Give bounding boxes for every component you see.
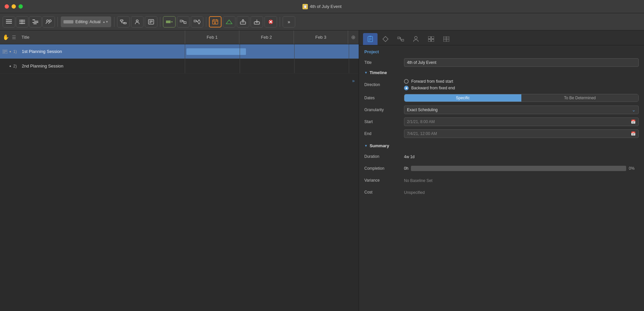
inspector-pane: Project Title ▼ Timeline Direction (359, 30, 644, 311)
title-bar: 📋 4th of July Event (0, 0, 644, 13)
hand-tool-icon[interactable]: ✋ (3, 34, 9, 40)
granularity-field-row: Granularity Exact Scheduling ⌄ (364, 106, 639, 114)
title-field-label: Title (364, 60, 404, 65)
svg-rect-49 (368, 36, 373, 42)
completion-bar (411, 166, 626, 171)
task-add-button[interactable] (163, 16, 176, 27)
svg-rect-8 (34, 21, 38, 22)
window-title-icon: 📋 (302, 4, 308, 9)
date-col-feb3: Feb 3 (294, 30, 348, 44)
completion-field-row: Completion 0h 0% (364, 164, 639, 173)
task-icon-1 (3, 49, 7, 54)
svg-rect-13 (120, 20, 123, 21)
tab-person[interactable] (409, 33, 423, 45)
summary-collapse-arrow[interactable]: ▼ (364, 144, 368, 148)
row-task-title-1: 1st Planning Session (22, 49, 62, 54)
dates-tbd-button[interactable]: To Be Determined (521, 94, 638, 102)
svg-rect-25 (180, 20, 182, 22)
tab-project[interactable] (363, 33, 378, 45)
svg-rect-55 (397, 37, 400, 39)
svg-point-60 (415, 36, 417, 39)
table-row[interactable]: ● 2) 2nd Planning Session (0, 59, 359, 73)
dates-segmented-control: Specific To Be Determined (404, 94, 639, 102)
title-input[interactable] (404, 58, 639, 67)
maximize-button[interactable] (19, 4, 23, 9)
direction-forward[interactable]: Forward from fixed start (404, 79, 639, 84)
expand-chevron-icon[interactable]: » (352, 78, 355, 83)
granularity-dropdown[interactable]: Exact Scheduling ⌄ (404, 106, 639, 114)
title-column-label: Title (21, 35, 29, 40)
window-title: 4th of July Event (310, 4, 342, 9)
separator-1 (58, 17, 58, 27)
svg-rect-22 (166, 21, 171, 23)
gantt-view-button[interactable] (29, 16, 42, 27)
add-column-button[interactable]: ⊕ (348, 30, 359, 44)
svg-rect-6 (22, 20, 22, 24)
granularity-label: Granularity (364, 108, 404, 112)
gantt-expand-button[interactable]: » (348, 73, 359, 88)
completion-label: Completion (364, 166, 404, 171)
connect-button[interactable] (117, 16, 130, 27)
direction-backward[interactable]: Backward from fixed end (404, 86, 639, 90)
start-label: Start (364, 119, 404, 124)
inspector-tabs (359, 30, 644, 45)
duration-field-row: Duration 4w 1d (364, 152, 639, 161)
direction-options: Forward from fixed start Backward from f… (404, 79, 639, 90)
resource-view-button[interactable] (42, 16, 55, 27)
dates-specific-button[interactable]: Specific (404, 94, 521, 102)
publish-button[interactable] (237, 16, 249, 27)
start-date-field[interactable]: 2/1/21, 8:00 AM 📅 (404, 117, 639, 126)
tab-custom-columns[interactable] (424, 33, 438, 45)
outline-view-button[interactable] (16, 16, 28, 27)
svg-rect-56 (401, 39, 404, 41)
svg-rect-2 (6, 23, 12, 23)
timeline-collapse-arrow[interactable]: ▼ (364, 71, 368, 74)
attach-button[interactable] (145, 16, 157, 27)
end-date-field[interactable]: 7/4/21, 12:00 AM 📅 (404, 129, 639, 138)
row-number-1: 1) (13, 49, 20, 54)
direction-radio-group: Forward from fixed start Backward from f… (404, 79, 639, 90)
tab-diamond[interactable] (378, 33, 393, 45)
svg-rect-29 (194, 20, 196, 22)
completion-value-wrapper: 0h 0% (404, 166, 639, 171)
tab-dependencies[interactable] (393, 33, 408, 45)
cost-value: Unspecified (404, 190, 425, 195)
tab-table[interactable] (439, 33, 454, 45)
row-task-title-2: 2nd Planning Session (22, 64, 63, 68)
person-button[interactable] (131, 16, 143, 27)
dependency-button[interactable] (177, 16, 189, 27)
svg-rect-26 (184, 22, 186, 23)
title-field-value-wrapper (404, 58, 639, 67)
svg-point-11 (47, 20, 49, 22)
granularity-dropdown-arrow: ⌄ (632, 107, 636, 112)
direction-backward-label: Backward from fixed end (411, 86, 455, 90)
network-button[interactable] (223, 16, 235, 27)
gantt-title-column-header: ✋ ☰ Title (0, 30, 185, 44)
summary-section-title: Summary (370, 143, 389, 148)
more-button[interactable]: » (283, 16, 295, 27)
svg-rect-63 (428, 39, 431, 42)
completion-percent: 0% (629, 166, 639, 171)
main-layout: ✋ ☰ Title Feb 1 Feb 2 Feb 3 ⊕ (0, 30, 644, 311)
end-date-wrapper: 7/4/21, 12:00 AM 📅 (404, 129, 639, 138)
list-view-button[interactable] (3, 16, 15, 27)
milestone-button[interactable] (191, 16, 203, 27)
row-chart-1 (185, 44, 359, 59)
row-title-1: ● 1) 1st Planning Session (0, 44, 185, 59)
table-row[interactable]: ● 1) 1st Planning Session (0, 44, 359, 59)
svg-rect-0 (6, 20, 12, 20)
calendar-view-button[interactable]: ▦ (209, 16, 221, 27)
chart-divider-5 (294, 59, 295, 73)
close-button[interactable] (5, 4, 9, 9)
variance-value-wrapper: No Baseline Set (404, 178, 639, 183)
variance-value: No Baseline Set (404, 178, 432, 183)
editing-mode-select[interactable]: Editing: Actual ▲▼ (60, 16, 111, 27)
stop-button[interactable] (264, 16, 277, 27)
inspector-content: Project Title ▼ Timeline Direction (359, 45, 644, 311)
gantt-date-columns: Feb 1 Feb 2 Feb 3 ⊕ (185, 30, 359, 44)
download-button[interactable] (251, 16, 263, 27)
date-col-feb1: Feb 1 (185, 30, 239, 44)
window-title-area: 📋 4th of July Event (302, 4, 342, 9)
chart-divider-1 (240, 44, 240, 59)
minimize-button[interactable] (12, 4, 16, 9)
